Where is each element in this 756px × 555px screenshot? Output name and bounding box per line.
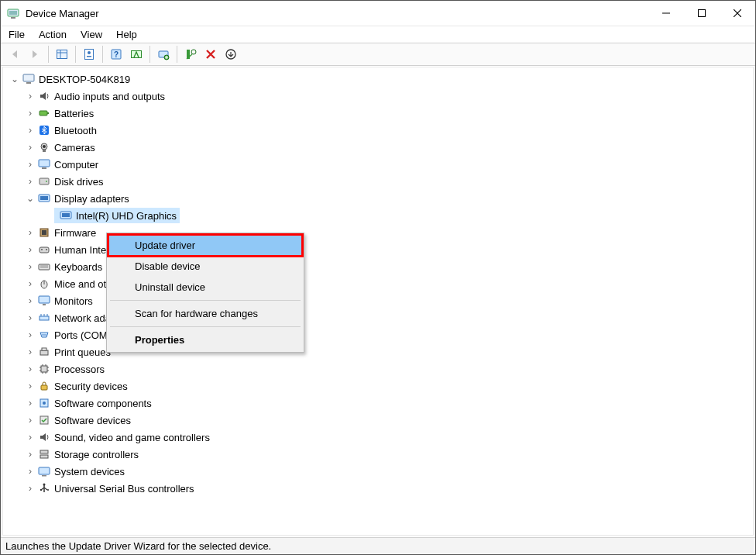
- chevron-right-icon[interactable]: ›: [25, 244, 36, 255]
- chevron-right-icon[interactable]: ›: [25, 398, 36, 408]
- chevron-right-icon[interactable]: ›: [25, 261, 36, 272]
- forward-button[interactable]: [26, 45, 44, 64]
- svg-rect-34: [40, 196, 48, 200]
- tree-category-label: Software components: [54, 398, 152, 409]
- chevron-right-icon[interactable]: ›: [25, 278, 36, 289]
- scan-hardware-button[interactable]: [127, 45, 146, 64]
- tree-category-disk-drives[interactable]: ›Disk drives: [9, 173, 747, 190]
- batteries-icon: [37, 106, 51, 120]
- tree-category-security-devices[interactable]: ›Security devices: [9, 377, 747, 395]
- chevron-right-icon[interactable]: ›: [25, 483, 36, 494]
- ctx-disable-device[interactable]: Disable device: [108, 256, 302, 277]
- chevron-down-icon[interactable]: ⌄: [25, 193, 36, 204]
- tree-category-system-devices[interactable]: ›System devices: [9, 463, 747, 480]
- chevron-right-icon[interactable]: ›: [25, 176, 36, 187]
- chevron-right-icon[interactable]: ›: [25, 91, 36, 102]
- svg-rect-21: [23, 74, 34, 81]
- toolbar: ?: [1, 43, 755, 66]
- chevron-right-icon[interactable]: ›: [25, 125, 36, 136]
- chevron-down-icon[interactable]: ⌄: [9, 74, 20, 84]
- maximize-button[interactable]: [684, 1, 720, 26]
- tree-category-label: Bluetooth: [54, 125, 97, 136]
- tree-category-label: Computer: [54, 159, 98, 171]
- ctx-update-driver[interactable]: Update driver: [108, 235, 302, 256]
- chevron-right-icon[interactable]: ›: [25, 227, 36, 238]
- tree-root[interactable]: ⌄ DESKTOP-504K819: [9, 71, 747, 88]
- chevron-right-icon[interactable]: ›: [25, 142, 36, 153]
- help-button[interactable]: ?: [107, 45, 125, 64]
- chevron-right-icon[interactable]: ›: [25, 159, 36, 170]
- properties-button[interactable]: [80, 45, 98, 64]
- svg-rect-23: [40, 111, 47, 115]
- window-controls: [648, 1, 755, 26]
- tree-category-computer[interactable]: ›Computer: [9, 156, 747, 173]
- mice-and-other-pointing-devices-icon: [37, 277, 51, 291]
- chevron-right-icon[interactable]: ›: [25, 466, 36, 477]
- chevron-right-icon[interactable]: ›: [25, 295, 36, 306]
- tree-category-label: Print queues: [54, 346, 111, 358]
- svg-rect-1: [9, 11, 17, 15]
- tree-category-cameras[interactable]: ›Cameras: [9, 139, 747, 156]
- update-driver-button[interactable]: [154, 45, 173, 64]
- tree-category-processors[interactable]: ›Processors: [9, 360, 747, 377]
- menu-help[interactable]: Help: [116, 29, 137, 40]
- ctx-uninstall-device[interactable]: Uninstall device: [108, 277, 302, 298]
- software-components-icon: [37, 396, 51, 410]
- chevron-right-icon[interactable]: ›: [25, 329, 36, 340]
- tree-category-sound-video-and-game-controllers[interactable]: ›Sound, video and game controllers: [9, 429, 747, 446]
- chevron-right-icon[interactable]: ›: [25, 108, 36, 119]
- tree-category-storage-controllers[interactable]: ›Storage controllers: [9, 446, 747, 463]
- disk-drives-icon: [37, 174, 51, 188]
- ctx-separator: [110, 300, 301, 301]
- tree-category-label: Firmware: [54, 227, 96, 239]
- window-title: Device Manager: [26, 8, 99, 19]
- security-devices-icon: [37, 379, 51, 393]
- tree-category-label: Disk drives: [54, 176, 104, 188]
- svg-rect-48: [43, 304, 46, 305]
- chevron-right-icon[interactable]: ›: [25, 346, 36, 357]
- firmware-icon: [37, 226, 51, 240]
- ctx-scan-hardware[interactable]: Scan for hardware changes: [108, 303, 302, 324]
- back-button[interactable]: [5, 45, 24, 64]
- chevron-right-icon[interactable]: ›: [25, 415, 36, 426]
- tree-device-intel-uhd-graphics[interactable]: ›Intel(R) UHD Graphics: [9, 207, 747, 224]
- svg-rect-79: [40, 489, 42, 491]
- ctx-separator: [110, 326, 301, 327]
- minimize-button[interactable]: [648, 1, 684, 26]
- menu-file[interactable]: File: [9, 29, 25, 40]
- tree-category-label: Audio inputs and outputs: [54, 91, 165, 102]
- processors-icon: [37, 362, 51, 376]
- show-hide-tree-button[interactable]: [53, 45, 71, 64]
- close-button[interactable]: [720, 1, 755, 26]
- svg-point-19: [191, 50, 196, 54]
- ctx-properties[interactable]: Properties: [108, 329, 302, 350]
- menu-action[interactable]: Action: [39, 29, 67, 40]
- disable-device-button[interactable]: [181, 45, 200, 64]
- tree-category-label: System devices: [54, 466, 125, 477]
- tree-category-universal-serial-bus-controllers[interactable]: ›Universal Serial Bus controllers: [9, 480, 747, 497]
- chevron-right-icon[interactable]: ›: [25, 312, 36, 323]
- svg-point-41: [46, 249, 47, 250]
- sound-video-and-game-controllers-icon: [37, 430, 51, 444]
- chevron-right-icon[interactable]: ›: [25, 364, 36, 374]
- tree-category-software-components[interactable]: ›Software components: [9, 395, 747, 412]
- menu-view[interactable]: View: [81, 29, 102, 40]
- tree-category-audio-inputs-and-outputs[interactable]: ›Audio inputs and outputs: [9, 88, 747, 105]
- enable-device-button[interactable]: [222, 45, 240, 64]
- svg-rect-24: [47, 112, 49, 114]
- chevron-right-icon[interactable]: ›: [25, 449, 36, 460]
- status-bar: Launches the Update Driver Wizard for th…: [1, 537, 755, 554]
- keyboards-icon: [37, 260, 51, 274]
- software-devices-icon: [37, 413, 51, 427]
- tree-category-bluetooth[interactable]: ›Bluetooth: [9, 122, 747, 139]
- tree-category-batteries[interactable]: ›Batteries: [9, 105, 747, 122]
- bluetooth-icon: [37, 123, 51, 137]
- chevron-right-icon[interactable]: ›: [25, 432, 36, 443]
- svg-rect-39: [40, 247, 49, 253]
- tree-category-display-adapters[interactable]: ⌄Display adapters: [9, 190, 747, 207]
- chevron-right-icon[interactable]: ›: [25, 381, 36, 391]
- tree-category-software-devices[interactable]: ›Software devices: [9, 412, 747, 429]
- uninstall-device-button[interactable]: [201, 45, 220, 64]
- ports-com-lpt-icon: [37, 328, 51, 342]
- tree-category-label: Universal Serial Bus controllers: [54, 483, 194, 495]
